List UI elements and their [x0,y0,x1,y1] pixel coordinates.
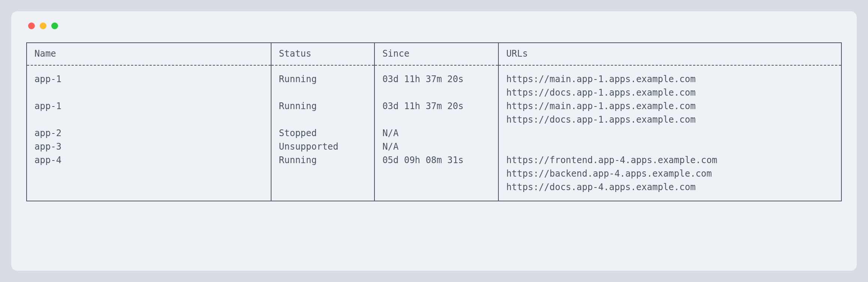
table-header-row: Name Status Since URLs [27,43,841,65]
cell-since: 03d 11h 37m 20s [374,99,498,126]
cell-urls: https://frontend.app-4.apps.example.com … [498,153,841,201]
table-row: app-4Running05d 09h 08m 31shttps://front… [27,153,841,201]
cell-urls: https://main.app-1.apps.example.com http… [498,99,841,126]
table-row: app-3UnsupportedN/A [27,140,841,153]
window-minimize-button[interactable] [40,22,46,29]
cell-status: Unsupported [271,140,374,153]
header-status: Status [271,43,374,65]
cell-status: Running [271,99,374,126]
cell-urls [498,140,841,153]
cell-status: Stopped [271,126,374,140]
terminal-window: Name Status Since URLs app-1Running03d 1… [11,11,857,271]
window-controls [28,22,842,29]
table-row: app-1Running03d 11h 37m 20shttps://main.… [27,99,841,126]
cell-since: 05d 09h 08m 31s [374,153,498,201]
cell-name: app-2 [27,126,271,140]
header-since: Since [374,43,498,65]
cell-name: app-1 [27,65,271,99]
cell-since: 03d 11h 37m 20s [374,65,498,99]
cell-urls: https://main.app-1.apps.example.com http… [498,65,841,99]
apps-table: Name Status Since URLs app-1Running03d 1… [26,42,842,201]
header-urls: URLs [498,43,841,65]
cell-name: app-1 [27,99,271,126]
window-maximize-button[interactable] [51,22,58,29]
cell-status: Running [271,153,374,201]
cell-since: N/A [374,140,498,153]
table-body: app-1Running03d 11h 37m 20shttps://main.… [27,65,841,201]
window-close-button[interactable] [28,22,35,29]
cell-name: app-3 [27,140,271,153]
header-name: Name [27,43,271,65]
table-row: app-2StoppedN/A [27,126,841,140]
cell-since: N/A [374,126,498,140]
table-row: app-1Running03d 11h 37m 20shttps://main.… [27,65,841,99]
cell-status: Running [271,65,374,99]
cell-name: app-4 [27,153,271,201]
cell-urls [498,126,841,140]
